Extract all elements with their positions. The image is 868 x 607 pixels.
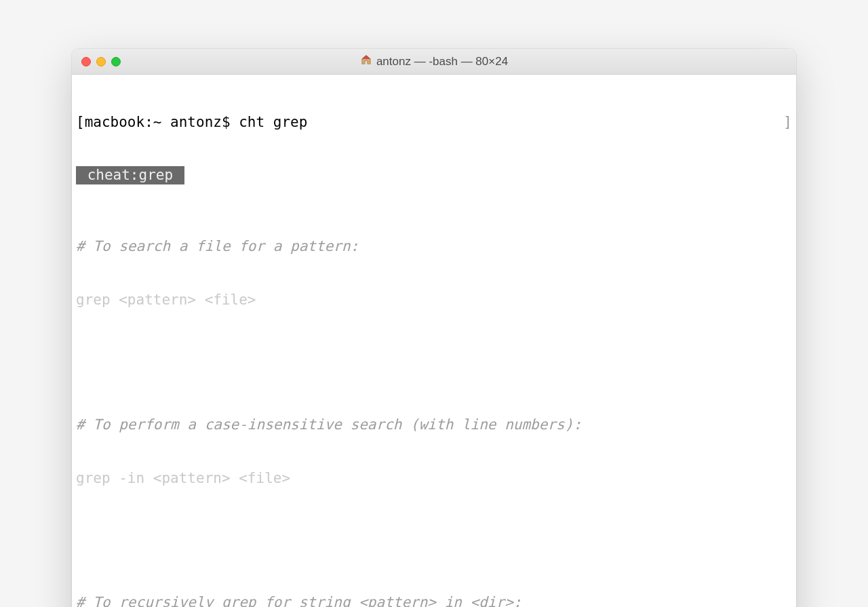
titlebar: antonz — -bash — 80×24 [72, 49, 796, 75]
section-comment: # To search a file for a pattern: [76, 237, 792, 255]
prompt-text: macbook:~ antonz$ cht grep [85, 114, 308, 130]
bracket-right: ] [783, 113, 792, 131]
terminal-body[interactable]: [macbook:~ antonz$ cht grep] cheat:grep … [72, 75, 796, 607]
window-title: antonz — -bash — 80×24 [72, 54, 796, 69]
section-comment: # To recursively grep for string <patter… [76, 593, 792, 607]
traffic-lights [72, 57, 121, 66]
minimize-button[interactable] [96, 57, 106, 66]
cheat-header: cheat:grep [76, 166, 792, 184]
blank-line [76, 522, 792, 540]
section-cmd: grep <pattern> <file> [76, 291, 792, 309]
home-icon [360, 54, 372, 69]
terminal-window: antonz — -bash — 80×24 [macbook:~ antonz… [72, 49, 796, 607]
close-button[interactable] [81, 57, 91, 66]
maximize-button[interactable] [111, 57, 121, 66]
cheat-header-text: cheat:grep [76, 166, 184, 184]
section-comment: # To perform a case-insensitive search (… [76, 416, 792, 433]
section-cmd: grep -in <pattern> <file> [76, 469, 792, 487]
prompt-line: [macbook:~ antonz$ cht grep] [76, 113, 792, 131]
window-title-text: antonz — -bash — 80×24 [376, 55, 508, 68]
bracket-left: [ [76, 114, 85, 130]
blank-line [76, 345, 792, 362]
